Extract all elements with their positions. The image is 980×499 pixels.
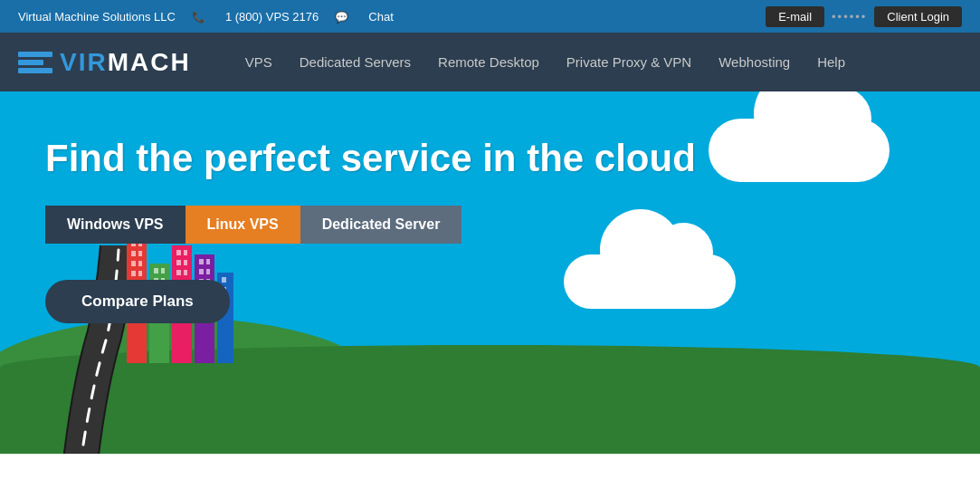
hero-content: Find the perfect service in the cloud Wi… <box>0 91 980 323</box>
nav-link-vps[interactable]: VPS <box>245 54 272 70</box>
nav-item-dedicated: Dedicated Servers <box>300 54 411 71</box>
nav-link-dedicated[interactable]: Dedicated Servers <box>300 54 411 70</box>
nav-link-remote[interactable]: Remote Desktop <box>438 54 539 70</box>
top-bar-right: E-mail •••••• Client Login <box>766 6 962 27</box>
nav-links: VPS Dedicated Servers Remote Desktop Pri… <box>245 54 845 71</box>
top-bar: Virtual Machine Solutions LLC 1 (800) VP… <box>0 0 980 33</box>
linux-vps-button[interactable]: Linux VPS <box>186 206 300 244</box>
logo-bar-2 <box>18 60 43 65</box>
dots-separator: •••••• <box>832 10 867 24</box>
nav-link-help[interactable]: Help <box>817 54 845 70</box>
logo-icon <box>18 45 52 80</box>
nav-item-proxy: Private Proxy & VPN <box>566 54 691 71</box>
nav-item-webhosting: Webhosting <box>718 54 790 71</box>
chat-icon <box>335 10 352 24</box>
compare-plans-button[interactable]: Compare Plans <box>45 280 230 323</box>
email-button[interactable]: E-mail <box>766 6 824 27</box>
hero-title: Find the perfect service in the cloud <box>45 137 935 180</box>
hero-buttons: Windows VPS Linux VPS Dedicated Server <box>45 206 935 244</box>
company-name: Virtual Machine Solutions LLC <box>18 10 176 24</box>
logo-link[interactable]: VIRMACH <box>18 45 191 80</box>
windows-vps-button[interactable]: Windows VPS <box>45 206 186 244</box>
phone-icon <box>192 10 209 24</box>
top-bar-left: Virtual Machine Solutions LLC 1 (800) VP… <box>18 10 394 24</box>
chat-link[interactable]: Chat <box>368 10 393 24</box>
logo-bar-3 <box>18 68 52 73</box>
nav-item-vps: VPS <box>245 54 272 71</box>
dedicated-server-button[interactable]: Dedicated Server <box>300 206 462 244</box>
nav-item-help: Help <box>817 54 845 71</box>
logo-text: VIRMACH <box>60 48 191 77</box>
phone-number: 1 (800) VPS 2176 <box>225 10 319 24</box>
nav-link-proxy[interactable]: Private Proxy & VPN <box>566 54 691 70</box>
nav-item-remote: Remote Desktop <box>438 54 539 71</box>
client-login-button[interactable]: Client Login <box>874 6 962 27</box>
logo-bar-1 <box>18 52 52 57</box>
logo-vir: VIR <box>60 48 108 76</box>
hero-section: Find the perfect service in the cloud Wi… <box>0 91 980 454</box>
nav-link-webhosting[interactable]: Webhosting <box>718 54 790 70</box>
navbar: VIRMACH VPS Dedicated Servers Remote Des… <box>0 33 980 91</box>
